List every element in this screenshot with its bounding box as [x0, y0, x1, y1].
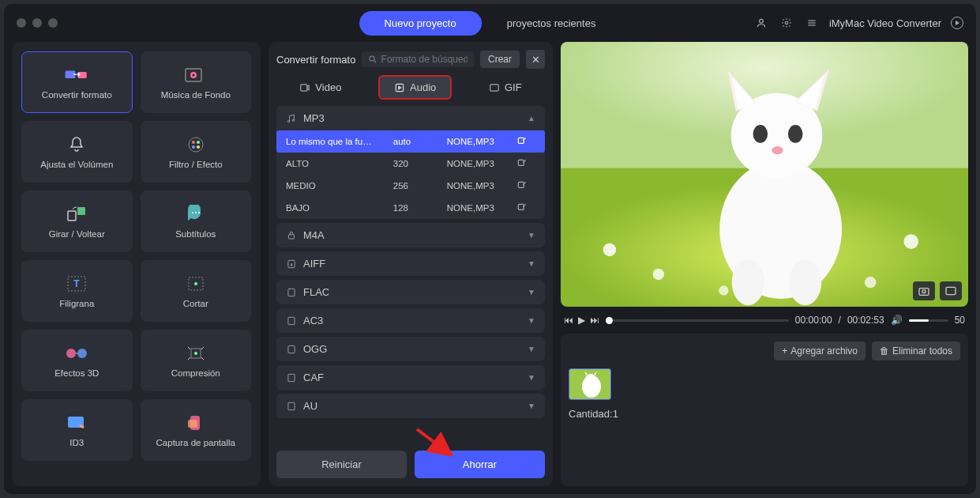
edit-icon[interactable]: [516, 180, 528, 191]
bitrate: 128: [393, 203, 447, 213]
svg-point-71: [585, 374, 596, 385]
right-panel: ⏮ ▶ ⏭ 00:00:00 / 00:02:53 🔊 50 +Agregar …: [561, 42, 968, 486]
audio-file-icon: ♪: [286, 258, 297, 270]
remove-all-button[interactable]: 🗑Eliminar todos: [872, 341, 960, 360]
svg-rect-66: [919, 289, 929, 296]
sidebar-item-3d-effects[interactable]: Efectos 3D: [21, 330, 133, 391]
group-name: CAF: [303, 372, 324, 383]
tile-label: Convertir formato: [42, 90, 112, 100]
chevron-down-icon: ▼: [528, 259, 535, 268]
sidebar-item-compression[interactable]: Compresión: [141, 330, 252, 391]
format-list: MP3 ▲ Lo mismo que la fu… auto NONE,MP3 …: [276, 106, 545, 444]
user-icon[interactable]: [753, 15, 769, 31]
progress-thumb[interactable]: [606, 317, 613, 324]
search-input-wrap[interactable]: [362, 51, 474, 67]
snapshot-button[interactable]: [913, 281, 935, 300]
prev-button[interactable]: ⏮: [564, 315, 573, 326]
traffic-close[interactable]: [17, 18, 26, 28]
svg-point-28: [194, 352, 197, 355]
volume-slider[interactable]: [909, 319, 948, 322]
sidebar-item-convert-format[interactable]: Convertir formato: [21, 51, 133, 113]
thumbnails: [569, 368, 960, 400]
titlebar-right: iMyMac Video Converter: [753, 15, 963, 31]
reset-button[interactable]: Reiniciar: [276, 451, 407, 478]
volume-value: 50: [955, 315, 965, 326]
play-circle-icon[interactable]: [951, 17, 963, 29]
fullscreen-button[interactable]: [940, 281, 962, 300]
rotate-icon: [64, 204, 89, 224]
codec: NONE,MP3: [447, 203, 516, 213]
svg-point-58: [719, 285, 728, 295]
quality-label: Lo mismo que la fu…: [286, 137, 393, 146]
gear-icon[interactable]: [779, 15, 794, 31]
tab-gif[interactable]: GIF: [475, 77, 536, 98]
group-head[interactable]: OGG▼: [276, 337, 545, 361]
lock-icon: [286, 230, 297, 241]
svg-rect-49: [288, 374, 295, 381]
traffic-min[interactable]: [32, 18, 42, 28]
group-head[interactable]: ♪AIFF▼: [276, 251, 545, 276]
tab-audio[interactable]: Audio: [380, 77, 450, 98]
progress-bar[interactable]: [606, 319, 789, 322]
sidebar-item-subtitles[interactable]: Subtítulos: [141, 191, 252, 252]
thumbnail-item[interactable]: [569, 368, 611, 400]
group-head[interactable]: M4A▼: [276, 223, 545, 247]
edit-icon[interactable]: [516, 136, 528, 147]
sidebar-item-rotate-flip[interactable]: Girar / Voltear: [21, 191, 133, 252]
svg-point-17: [192, 212, 193, 213]
tab-video[interactable]: Video: [285, 77, 355, 98]
audio-file-icon: [286, 344, 297, 355]
group-name: OGG: [303, 343, 327, 355]
group-head[interactable]: AU▼: [276, 394, 545, 418]
tile-label: Cortar: [183, 299, 208, 308]
create-button[interactable]: Crear: [480, 51, 520, 68]
chevron-down-icon: ▼: [528, 373, 535, 382]
svg-text:♪: ♪: [291, 262, 292, 266]
quality-row-same[interactable]: Lo mismo que la fu… auto NONE,MP3: [276, 130, 545, 153]
add-file-button[interactable]: +Agregar archivo: [774, 341, 865, 360]
close-panel-button[interactable]: ✕: [526, 50, 545, 69]
svg-point-25: [77, 349, 87, 358]
sidebar-item-id3[interactable]: ID3: [21, 399, 133, 461]
volume-icon[interactable]: 🔊: [891, 315, 903, 326]
format-group-mp3: MP3 ▲ Lo mismo que la fu… auto NONE,MP3 …: [276, 106, 545, 219]
chevron-down-icon: ▼: [528, 316, 535, 325]
sidebar-item-screenshot[interactable]: Captura de pantalla: [141, 399, 252, 461]
traffic-max[interactable]: [48, 18, 58, 28]
svg-point-32: [370, 56, 374, 61]
id3-icon: [64, 413, 89, 433]
next-button[interactable]: ⏭: [590, 315, 599, 326]
format-group-au: AU▼: [276, 394, 545, 418]
menu-icon[interactable]: [804, 15, 820, 31]
video-icon: [299, 82, 310, 93]
search-input[interactable]: [381, 54, 467, 65]
group-name: AIFF: [303, 258, 325, 270]
group-head[interactable]: FLAC▼: [276, 280, 545, 304]
action-bar: Reiniciar Ahorrar: [276, 451, 545, 478]
sidebar-item-filter-effect[interactable]: Filtro / Efecto: [141, 121, 252, 183]
save-button[interactable]: Ahorrar: [415, 451, 545, 478]
format-group-caf: CAF▼: [276, 365, 545, 390]
gif-icon: [489, 82, 500, 93]
quality-row-medium[interactable]: MEDIO 256 NONE,MP3: [276, 175, 545, 197]
chevron-down-icon: ▼: [528, 288, 535, 296]
sidebar-item-crop[interactable]: Cortar: [141, 260, 252, 322]
search-icon: [368, 54, 377, 65]
sidebar-item-background-music[interactable]: Música de Fondo: [141, 51, 252, 113]
group-head[interactable]: AC3▼: [276, 308, 545, 333]
edit-icon[interactable]: [516, 202, 528, 213]
preview-image: [561, 42, 968, 307]
group-name: AU: [303, 400, 317, 412]
play-button[interactable]: ▶: [578, 315, 585, 326]
edit-icon[interactable]: [516, 158, 528, 169]
format-group-aiff: ♪AIFF▼: [276, 251, 545, 276]
quality-row-low[interactable]: BAJO 128 NONE,MP3: [276, 197, 545, 219]
group-head[interactable]: CAF▼: [276, 365, 545, 390]
quality-row-high[interactable]: ALTO 320 NONE,MP3: [276, 153, 545, 175]
sidebar-item-watermark[interactable]: T Filigrana: [21, 260, 133, 322]
screenshot-icon: [183, 413, 208, 433]
group-head-mp3[interactable]: MP3 ▲: [276, 106, 545, 130]
tab-recent-projects[interactable]: proyectos recientes: [482, 11, 621, 36]
tab-new-project[interactable]: Nuevo proyecto: [359, 11, 482, 36]
sidebar-item-adjust-volume[interactable]: Ajusta el Volúmen: [21, 121, 133, 183]
